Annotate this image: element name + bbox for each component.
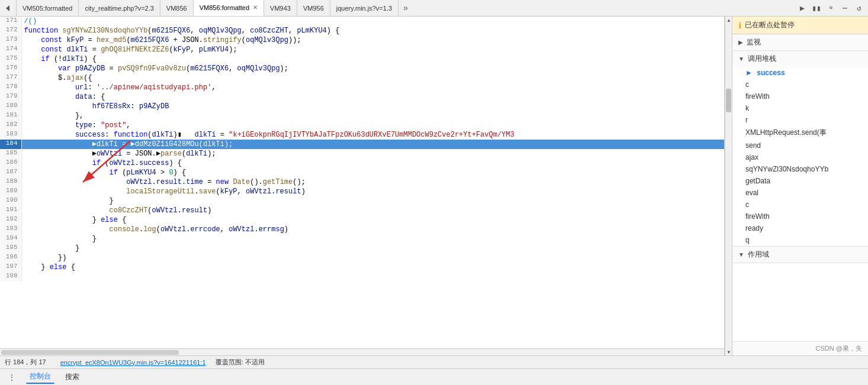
code-content: oWVtzl.result.time = new Date().getTime(… bbox=[21, 177, 724, 187]
table-row: 189 localStorageUtil.save(kFyP, oWVtzl.r… bbox=[0, 187, 724, 196]
tab-city[interactable]: city_realtime.php?v=2.3 bbox=[79, 0, 160, 17]
tab-action-3[interactable]: ⋯ bbox=[838, 2, 851, 15]
line-number: 195 bbox=[0, 244, 21, 253]
table-row: 195 } bbox=[0, 244, 724, 253]
call-stack-item-xmlhttp[interactable]: XMLHttpRequest.send(事 bbox=[732, 126, 868, 140]
line-number: 176 bbox=[0, 64, 21, 73]
table-row: 176 var p9AZyDB = pvSQ9fn9Fva0v8zu(m6215… bbox=[0, 64, 724, 73]
tab-action-settings[interactable]: ⚬ bbox=[824, 2, 837, 15]
search-tab[interactable]: 搜索 bbox=[62, 371, 83, 383]
code-content: function sgYNYwZl30NsdoqhoYYb(m6215FQX6,… bbox=[21, 26, 724, 35]
line-number: 174 bbox=[0, 45, 21, 54]
debugger-status-label: 已在断点处暂停 bbox=[745, 20, 795, 30]
call-stack-item-firewith2[interactable]: fireWith bbox=[732, 211, 868, 222]
call-stack-items: ► success c fireWith k r XMLHttpRequest.… bbox=[732, 67, 868, 246]
call-stack-item-c2[interactable]: c bbox=[732, 199, 868, 211]
search-label: 搜索 bbox=[65, 372, 79, 382]
code-content: } bbox=[21, 234, 724, 244]
line-number: 190 bbox=[0, 196, 21, 206]
call-stack-item-success[interactable]: ► success bbox=[732, 67, 868, 79]
call-stack-item-eval[interactable]: eval bbox=[732, 187, 868, 199]
table-row: 183 success: function(dlkTi)▮ dlkTi = "k… bbox=[0, 130, 724, 140]
tab-jquery[interactable]: jquery.min.js?v=1.3 bbox=[330, 0, 398, 17]
horizontal-scrollbar[interactable] bbox=[0, 348, 724, 355]
tab-bar: VM505:formatted city_realtime.php?v=2.3 … bbox=[0, 0, 868, 17]
tab-overflow-button[interactable]: » bbox=[398, 4, 413, 13]
table-row: 173 const kFyP = hex_md5(m6215FQX6 + JSO… bbox=[0, 35, 724, 45]
table-row: 179 data: { bbox=[0, 92, 724, 102]
code-content: ►dlkTi = ►ddMz0Z1iG428MOu(dlkTi); bbox=[21, 140, 724, 149]
call-stack-item-r[interactable]: r bbox=[732, 114, 868, 126]
call-stack-item-send[interactable]: send bbox=[732, 140, 868, 151]
scroll-thumb[interactable] bbox=[726, 89, 731, 112]
line-number: 189 bbox=[0, 187, 21, 196]
table-row: 191 co8CzcZHT(oWVtzl.result) bbox=[0, 206, 724, 215]
code-content: ►oWVtzl = JSON.►parse(dlkTi); bbox=[21, 149, 724, 158]
three-dots-menu[interactable]: ⋮ bbox=[5, 372, 19, 383]
scope-section-header[interactable]: ▼ 作用域 bbox=[732, 247, 868, 263]
call-stack-item-k[interactable]: k bbox=[732, 102, 868, 114]
table-row: 198 bbox=[0, 272, 724, 282]
vertical-scrollbar[interactable]: ▲ ▼ bbox=[725, 17, 732, 355]
tab-vm856[interactable]: VM856 bbox=[160, 0, 194, 17]
code-content: if (oWVtzl.success) { bbox=[21, 158, 724, 168]
code-content: } else { bbox=[21, 263, 724, 272]
tab-scroll-left[interactable] bbox=[0, 0, 17, 17]
code-content: } else { bbox=[21, 215, 724, 225]
code-editor[interactable]: 171 /() 172 function sgYNYwZl30NsdoqhoYY… bbox=[0, 17, 724, 348]
line-number: 183 bbox=[0, 130, 21, 140]
call-stack-item-ready[interactable]: ready bbox=[732, 222, 868, 234]
line-number: 192 bbox=[0, 215, 21, 225]
code-content: if (!dlkTi) { bbox=[21, 54, 724, 64]
code-content: } bbox=[21, 196, 724, 206]
file-link[interactable]: encrypt_ecX8On1WU3Gy.min.js?v=1641221161… bbox=[60, 359, 206, 366]
call-stack-item-sgyny[interactable]: sqYNYwZl30NsdoqhoYYb bbox=[732, 163, 868, 175]
tab-vm943[interactable]: VM943 bbox=[264, 0, 297, 17]
call-stack-item-q[interactable]: q bbox=[732, 234, 868, 246]
right-panel-footer: CSDN @果，失 bbox=[732, 341, 868, 355]
scope-section: ▼ 作用域 bbox=[732, 247, 868, 263]
right-panel-scroll[interactable]: ▶ 监视 ▼ 调用堆栈 ► success c fireWith k bbox=[732, 34, 868, 341]
line-number: 177 bbox=[0, 73, 21, 83]
tab-vm956[interactable]: VM956 bbox=[297, 0, 330, 17]
tab-vm856-formatted[interactable]: VM856:formatted ✕ bbox=[194, 0, 264, 17]
table-row: 186 if (oWVtzl.success) { bbox=[0, 158, 724, 168]
coverage-label: 覆盖范围: 不适用 bbox=[216, 358, 265, 367]
line-number: 193 bbox=[0, 225, 21, 234]
line-number: 186 bbox=[0, 158, 21, 168]
cursor-position: 行 184，列 17 bbox=[5, 358, 46, 367]
code-table: 171 /() 172 function sgYNYwZl30NsdoqhoYY… bbox=[0, 17, 724, 282]
line-number: 194 bbox=[0, 234, 21, 244]
svg-marker-0 bbox=[6, 5, 9, 11]
tab-vm505[interactable]: VM505:formatted bbox=[17, 0, 79, 17]
table-row: 175 if (!dlkTi) { bbox=[0, 54, 724, 64]
watch-collapse-icon: ▶ bbox=[738, 39, 743, 46]
tab-action-1[interactable]: ▶ bbox=[796, 2, 809, 15]
line-number: 179 bbox=[0, 92, 21, 102]
console-tab[interactable]: 控制台 bbox=[26, 370, 54, 384]
status-bar: 行 184，列 17 encrypt_ecX8On1WU3Gy.min.js?v… bbox=[0, 355, 868, 368]
code-content: localStorageUtil.save(kFyP, oWVtzl.resul… bbox=[21, 187, 724, 196]
code-content bbox=[21, 272, 724, 282]
debugger-status-header: ℹ 已在断点处暂停 bbox=[732, 17, 868, 34]
tab-action-stepover[interactable]: ↺ bbox=[853, 2, 866, 15]
watch-section-header[interactable]: ▶ 监视 bbox=[732, 34, 868, 50]
tab-action-2[interactable]: ▮▮ bbox=[810, 2, 823, 15]
call-stack-item-c[interactable]: c bbox=[732, 79, 868, 90]
scroll-track[interactable] bbox=[725, 24, 732, 348]
call-stack-item-getdata[interactable]: getData bbox=[732, 175, 868, 187]
line-number: 185 bbox=[0, 149, 21, 158]
table-row: 192 } else { bbox=[0, 215, 724, 225]
main-area: 171 /() 172 function sgYNYwZl30NsdoqhoYY… bbox=[0, 17, 868, 355]
line-number: 182 bbox=[0, 121, 21, 130]
call-stack-item-firewith[interactable]: fireWith bbox=[732, 90, 868, 102]
call-stack-section-header[interactable]: ▼ 调用堆栈 bbox=[732, 51, 868, 67]
line-number: 175 bbox=[0, 54, 21, 64]
tab-close-icon[interactable]: ✕ bbox=[253, 4, 258, 11]
h-scroll-thumb[interactable] bbox=[1, 350, 179, 355]
code-content: var p9AZyDB = pvSQ9fn9Fva0v8zu(m6215FQX6… bbox=[21, 64, 724, 73]
call-stack-item-ajax[interactable]: ajax bbox=[732, 151, 868, 163]
code-content: }, bbox=[21, 111, 724, 121]
scope-section-label: 作用域 bbox=[748, 250, 769, 260]
line-number: 187 bbox=[0, 168, 21, 177]
